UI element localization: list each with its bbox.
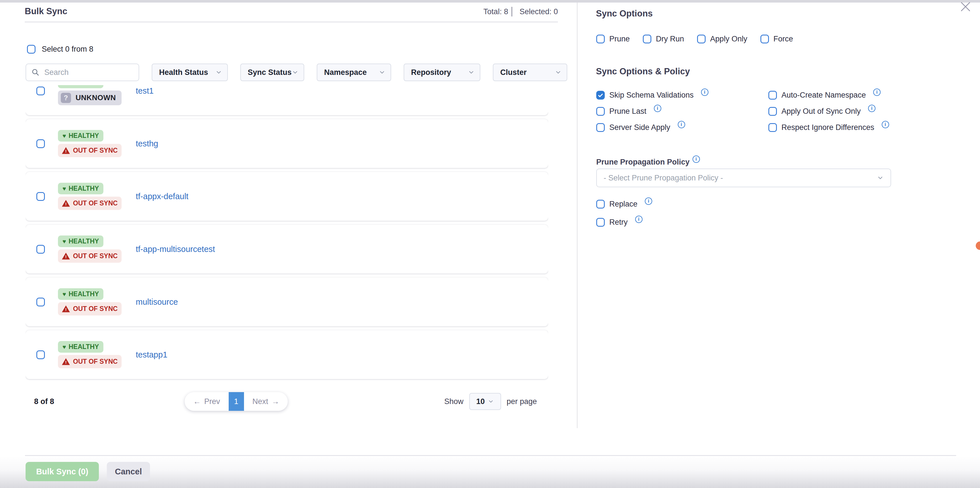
select-placeholder: - Select Prune Propagation Policy - [604, 174, 723, 182]
info-icon[interactable]: i [678, 121, 685, 128]
row-checkbox[interactable] [37, 350, 45, 359]
filter-health-status[interactable]: Health Status [152, 63, 228, 81]
close-icon[interactable] [959, 0, 972, 14]
question-icon: ? [61, 93, 71, 103]
sync-status-badge: ! OUT OF SYNC [58, 355, 122, 368]
select-all-label: Select 0 from 8 [42, 45, 94, 54]
app-link[interactable]: tf-appx-default [136, 192, 188, 201]
info-icon[interactable]: i [645, 198, 652, 205]
option-skip-schema-validations[interactable]: Skip Schema Validations i [596, 91, 768, 100]
server-side-apply-checkbox[interactable] [596, 123, 605, 132]
select-all-checkbox[interactable] [27, 45, 35, 54]
panel-divider [577, 3, 578, 428]
app-row-test1: ♥ HEALTHY ? UNKNOWN test1 [25, 85, 548, 115]
row-checkbox[interactable] [37, 245, 45, 254]
option-force[interactable]: Force [760, 35, 793, 43]
warning-icon: ! [62, 358, 70, 365]
filter-repository[interactable]: Repository [404, 63, 480, 81]
bulk-sync-dialog: Bulk Sync Total: 8 Selected: 0 Select 0 … [0, 0, 980, 488]
cancel-button[interactable]: Cancel [107, 462, 150, 481]
row-checkbox[interactable] [37, 87, 45, 95]
info-icon[interactable]: i [701, 89, 708, 96]
prev-page-button[interactable]: ← Prev [185, 392, 229, 411]
next-page-button[interactable]: Next → [244, 392, 288, 411]
prune-last-checkbox[interactable] [596, 107, 605, 116]
page-size-select[interactable]: 10 [469, 393, 501, 410]
filter-cluster[interactable]: Cluster [493, 63, 567, 81]
selected-count: Selected: 0 [520, 7, 558, 16]
totals-separator [512, 7, 512, 16]
health-status-badge: ♥ HEALTHY [58, 341, 103, 353]
sync-policy-grid: Skip Schema Validations i Auto-Create Na… [596, 91, 889, 132]
chevron-down-icon [215, 69, 222, 76]
app-row-testhg: ♥ HEALTHY ! OUT OF SYNC testhg [25, 119, 548, 168]
row-checkbox[interactable] [37, 298, 45, 306]
row-checkbox[interactable] [37, 192, 45, 201]
auto-create-namespace-checkbox[interactable] [768, 91, 777, 100]
dry-run-checkbox[interactable] [643, 35, 651, 43]
total-count: Total: 8 [484, 7, 508, 16]
info-icon[interactable]: i [882, 121, 889, 128]
heart-icon: ♥ [62, 291, 66, 297]
heart-icon: ♥ [62, 344, 66, 350]
page-number-button[interactable]: 1 [229, 392, 244, 411]
page-size-group: Show 10 per page [444, 392, 537, 411]
info-icon[interactable]: i [635, 215, 643, 223]
option-apply-only[interactable]: Apply Only [697, 35, 747, 43]
option-prune-last[interactable]: Prune Last i [596, 107, 768, 116]
prune-propagation-policy-label: Prune Propagation Policy [596, 158, 690, 166]
show-label: Show [444, 397, 464, 406]
warning-icon: ! [62, 200, 70, 207]
pagination-bar: 8 of 8 ← Prev 1 Next → Show 10 per page [25, 392, 548, 411]
bulk-sync-button[interactable]: Bulk Sync (0) [25, 462, 99, 481]
prev-arrow-icon: ← [193, 398, 201, 406]
apply-only-checkbox[interactable] [697, 35, 706, 43]
chevron-down-icon [488, 398, 494, 405]
app-row-multisource: ♥ HEALTHY ! OUT OF SYNC multisource [25, 277, 548, 326]
app-link[interactable]: tf-app-multisourcetest [136, 244, 215, 254]
skip-schema-validations-checkbox[interactable] [596, 91, 605, 100]
search-icon [31, 68, 40, 77]
result-count: 8 of 8 [34, 397, 54, 406]
chevron-down-icon [468, 69, 475, 76]
force-checkbox[interactable] [760, 35, 769, 43]
search-input[interactable] [44, 68, 134, 77]
app-link[interactable]: testapp1 [136, 350, 167, 360]
warning-icon: ! [62, 147, 70, 154]
option-retry[interactable]: Retry i [596, 218, 643, 227]
info-icon[interactable]: i [873, 89, 881, 96]
info-icon[interactable]: i [868, 105, 875, 112]
option-replace[interactable]: Replace i [596, 200, 652, 209]
app-link[interactable]: testhg [136, 139, 158, 148]
health-status-badge: ♥ HEALTHY [58, 236, 103, 247]
next-arrow-icon: → [272, 398, 279, 406]
app-link[interactable]: test1 [136, 86, 154, 96]
option-server-side-apply[interactable]: Server Side Apply i [596, 123, 768, 132]
option-respect-ignore-differences[interactable]: Respect Ignore Differences i [768, 123, 889, 132]
replace-checkbox[interactable] [596, 200, 605, 209]
filter-sync-status[interactable]: Sync Status [240, 63, 304, 81]
prune-propagation-policy-select[interactable]: - Select Prune Propagation Policy - [596, 168, 891, 187]
retry-checkbox[interactable] [596, 218, 605, 227]
app-row-testapp1: ♥ HEALTHY ! OUT OF SYNC testapp1 [25, 330, 548, 379]
option-dry-run[interactable]: Dry Run [643, 35, 684, 43]
app-row-tf-app-multisourcetest: ♥ HEALTHY ! OUT OF SYNC tf-app-multisour… [25, 225, 548, 274]
option-auto-create-namespace[interactable]: Auto-Create Namespace i [768, 91, 889, 100]
filter-namespace[interactable]: Namespace [317, 63, 391, 81]
chevron-down-icon [292, 69, 299, 76]
respect-ignore-differences-checkbox[interactable] [768, 123, 777, 132]
info-icon[interactable]: i [654, 105, 661, 112]
app-link[interactable]: multisource [136, 297, 178, 307]
option-apply-out-of-sync-only[interactable]: Apply Out of Sync Only i [768, 107, 889, 116]
heart-icon: ♥ [62, 133, 66, 139]
info-icon[interactable]: i [692, 155, 700, 163]
option-prune[interactable]: Prune [596, 35, 630, 43]
totals-summary: Total: 8 Selected: 0 [484, 7, 558, 16]
filter-bar: Health Status Sync Status Namespace Repo… [25, 63, 567, 81]
row-checkbox[interactable] [37, 139, 45, 148]
prune-checkbox[interactable] [596, 35, 605, 43]
prune-propagation-policy-label-row: Prune Propagation Policy i [596, 158, 700, 166]
apply-out-of-sync-only-checkbox[interactable] [768, 107, 777, 116]
page-top-edge [0, 0, 980, 3]
edge-notification-dot[interactable] [976, 241, 980, 250]
